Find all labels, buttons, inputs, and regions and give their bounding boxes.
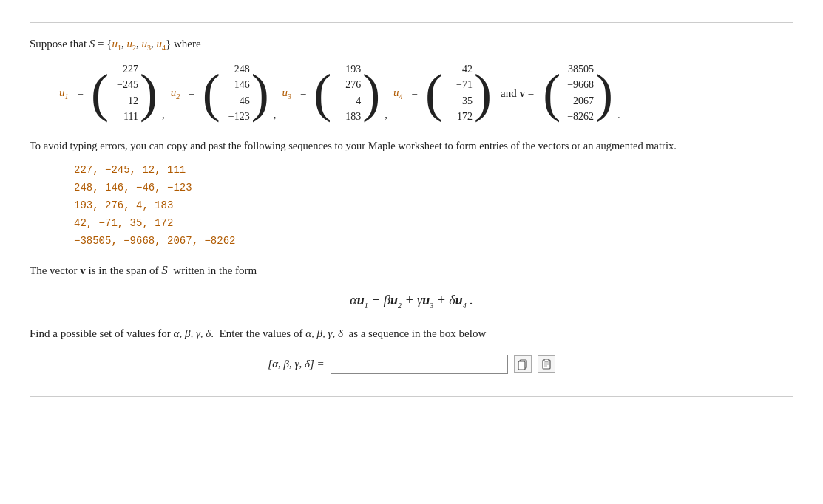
input-label: [α, β, γ, δ] =: [268, 358, 324, 370]
u1-matrix: ( 227 −245 12 111 ): [91, 62, 158, 124]
copy-icon: [518, 359, 528, 370]
seq-4: 42, −71, 35, 172: [74, 215, 793, 233]
paste-icon-btn[interactable]: [538, 355, 555, 373]
input-row: [α, β, γ, δ] =: [30, 355, 793, 374]
code-sequences: 227, −245, 12, 111 248, 146, −46, −123 1…: [74, 162, 793, 250]
u4-matrix: ( 42 −71 35 172 ): [425, 62, 492, 124]
seq-1: 227, −245, 12, 111: [74, 162, 793, 180]
answer-input[interactable]: [331, 355, 508, 374]
vectors-row: u1 = ( 227 −245 12 111 ) , u2 = ( 248 14…: [59, 62, 793, 124]
top-divider: [30, 22, 793, 23]
suppose-text: Suppose that S = {u1, u2, u3, u4} where: [30, 38, 793, 52]
svg-rect-1: [518, 361, 525, 370]
u3-label: u3: [282, 86, 291, 101]
bottom-divider: [30, 396, 793, 397]
u2-label: u2: [171, 86, 180, 101]
u1-label: u1: [59, 86, 69, 101]
seq-5: −38505, −9668, 2067, −8262: [74, 233, 793, 251]
u3-matrix: ( 193 276 4 183 ): [314, 62, 380, 124]
svg-rect-3: [544, 359, 549, 361]
copy-icon-btn[interactable]: [514, 355, 532, 373]
v-matrix: ( −38505 −9668 2067 −8262 ): [543, 62, 613, 124]
find-line: Find a possible set of values for α, β, …: [30, 327, 793, 340]
description-text: To avoid typing errors, you can copy and…: [30, 137, 739, 154]
paste-icon: [541, 359, 552, 370]
u2-matrix: ( 248 146 −46 −123 ): [203, 62, 269, 124]
formula: αu1 + βu2 + γu3 + δu4 .: [30, 293, 793, 310]
seq-2: 248, 146, −46, −123: [74, 180, 793, 197]
and-text: and v =: [501, 87, 534, 100]
span-line: The vector v is in the span of S written…: [30, 263, 793, 278]
u4-label: u4: [393, 86, 403, 101]
seq-3: 193, 276, 4, 183: [74, 197, 793, 215]
